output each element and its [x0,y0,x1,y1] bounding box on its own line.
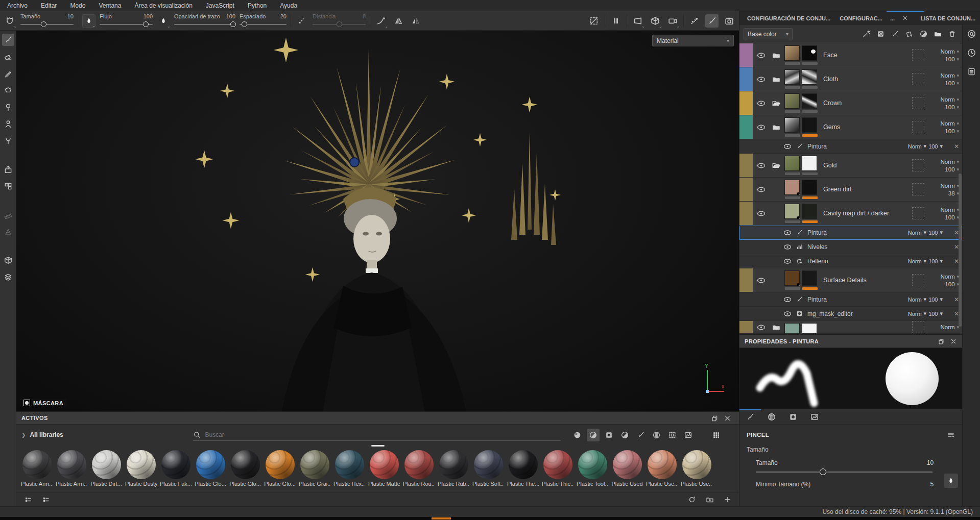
layer-color-tag[interactable] [739,115,753,139]
opacity-dropdown[interactable]: 100▾ [929,80,959,86]
refresh-icon[interactable] [685,493,698,506]
visibility-eye-icon[interactable] [783,257,792,265]
layer-name[interactable]: Gold [818,154,912,177]
add-paint-layer-icon[interactable] [889,28,901,40]
effect-row-pintura-selected[interactable]: Pintura Norm▾100▾ ✕ [739,226,962,240]
asset-search[interactable] [193,429,561,441]
material-picker-tool[interactable] [2,135,14,147]
visibility-eye-icon[interactable] [783,243,792,251]
opacity-dropdown[interactable]: 100▾ [929,166,959,172]
resources-tool[interactable] [2,180,14,192]
menu-area-visualizacion[interactable]: Área de visualización [134,2,192,9]
library-breadcrumb[interactable]: ❯ All libraries [21,431,190,438]
blend-mode-dropdown[interactable]: Norm▾ [929,72,959,79]
brush-presets-menu-icon[interactable] [947,431,955,439]
assets-close-icon[interactable] [721,412,734,425]
material-item[interactable]: Plastic Rou... [402,447,435,487]
spacing-slider[interactable]: Espaciado20 [240,13,286,29]
tab-brush-icon[interactable] [739,409,761,424]
layer-content-thumbnail[interactable] [784,204,800,219]
layer-mask-thumbnail[interactable] [802,69,817,85]
layer-name[interactable] [818,321,912,333]
menu-modo[interactable]: Modo [70,2,85,9]
visibility-eye-icon[interactable] [753,91,769,115]
folder-open-icon[interactable] [769,154,783,177]
layer-color-tag[interactable] [739,178,753,201]
visibility-eye-icon[interactable] [783,229,792,237]
material-item[interactable]: Plastic Dirt... [90,447,123,487]
material-item[interactable]: Plastic Dusty [125,447,157,487]
blend-mode-dropdown[interactable]: Norm▾ [929,324,959,330]
3d-viewport[interactable]: Material ▾ MÁSCARA Y x [16,31,739,411]
symmetry-button[interactable] [392,14,405,28]
effect-row-relleno[interactable]: Relleno Norm▾100▾ ✕ [739,254,962,268]
layer-color-tag[interactable] [739,154,753,177]
filter-alphas-icon[interactable] [650,429,663,441]
size-pressure-button[interactable] [944,474,958,488]
layer-content-thumbnail[interactable] [784,323,800,334]
tab-stencil-icon[interactable] [782,409,804,424]
size-value[interactable]: 10 [67,13,74,19]
material-item[interactable]: Plastic Glo... [264,447,296,487]
search-input[interactable] [205,431,561,438]
menu-ayuda[interactable]: Ayuda [280,2,297,9]
blend-mode-dropdown[interactable]: Norm▾100▾ [908,296,947,303]
layer-stack-tool[interactable] [2,271,14,283]
layer-name[interactable]: Face [818,43,912,67]
flow-value[interactable]: 100 [144,13,153,19]
effect-row-pintura[interactable]: Pintura Norm▾100▾ ✕ [739,292,962,307]
layer-color-tag[interactable] [739,67,753,91]
history-clock-icon[interactable] [967,48,976,58]
shelf-tool[interactable] [2,254,14,266]
layer-mask-thumbnail[interactable] [802,180,817,195]
blend-mode-dropdown[interactable]: Norm▾ [929,48,959,55]
layer-color-tag[interactable] [739,202,753,225]
material-item[interactable]: Plastic Used [611,447,643,487]
material-item[interactable]: Plastic Grai... [298,447,331,487]
effect-name[interactable]: Pintura [807,143,904,150]
blend-mode-dropdown[interactable]: Norm▾ [929,274,959,280]
layer-row-cloth[interactable]: Cloth Norm▾ 100▾ [739,67,962,91]
properties-close-icon[interactable] [950,338,957,345]
visibility-eye-icon[interactable] [783,310,792,318]
layer-row-partial[interactable]: Norm▾ [739,321,962,334]
layer-name[interactable]: Cavity map dirt / darker [818,202,912,225]
menu-archivo[interactable]: Archivo [7,2,28,9]
layer-name[interactable]: Gems [818,115,912,139]
effect-name[interactable]: Pintura [807,296,904,303]
material-item[interactable]: Plastic Soft... [472,447,505,487]
layer-row-gold[interactable]: Gold Norm▾ 100▾ [739,154,962,178]
export-tool[interactable] [2,163,14,176]
tab-alpha-icon[interactable] [761,409,782,424]
shading-mode-dropdown[interactable]: Material ▾ [652,35,734,46]
visibility-eye-icon[interactable] [753,67,769,91]
blend-mode-dropdown[interactable]: Norm▾ [929,183,959,189]
blend-mode-dropdown[interactable]: Norm▾100▾ [908,143,947,150]
folder-closed-icon[interactable] [769,43,783,67]
texture-set-list-icon[interactable] [967,67,976,77]
add-asset-icon[interactable] [721,493,734,506]
visibility-eye-icon[interactable] [783,142,792,151]
blend-mode-dropdown[interactable]: Norm▾ [929,120,959,127]
menu-python[interactable]: Python [248,2,267,9]
clone-tool[interactable] [2,118,14,130]
min-size-value[interactable]: 5 [918,481,934,488]
menu-ventana[interactable]: Ventana [99,2,121,9]
opacity-dropdown[interactable]: 100▾ [929,128,959,134]
effect-row-mg-mask-editor[interactable]: mg_mask_editor Norm▾100▾ ✕ [739,307,962,321]
add-smart-mask-icon[interactable] [917,28,929,40]
blend-mode-dropdown[interactable]: Norm▾100▾ [908,310,947,317]
material-item[interactable]: Plastic Rub... [437,447,470,487]
layer-color-tag[interactable] [739,91,753,115]
material-item[interactable]: Plastic Glo... [194,447,227,487]
layer-row-face[interactable]: Face Norm▾ 100▾ [739,43,962,67]
layer-row-cavity-map[interactable]: Cavity map dirt / darker Norm▾ 100▾ [739,202,962,226]
stroke-opacity-slider[interactable]: Opacidad de trazo100 [174,13,235,29]
effect-name[interactable]: mg_mask_editor [807,310,904,317]
layer-name[interactable]: Green dirt [818,178,912,201]
blend-mode-dropdown[interactable]: Norm▾100▾ [908,258,947,264]
perspective-view-button[interactable]: ⌄ [631,14,644,28]
filter-environments-icon[interactable] [682,429,695,441]
effect-name[interactable]: Relleno [807,258,904,265]
visibility-eye-icon[interactable] [753,115,769,139]
